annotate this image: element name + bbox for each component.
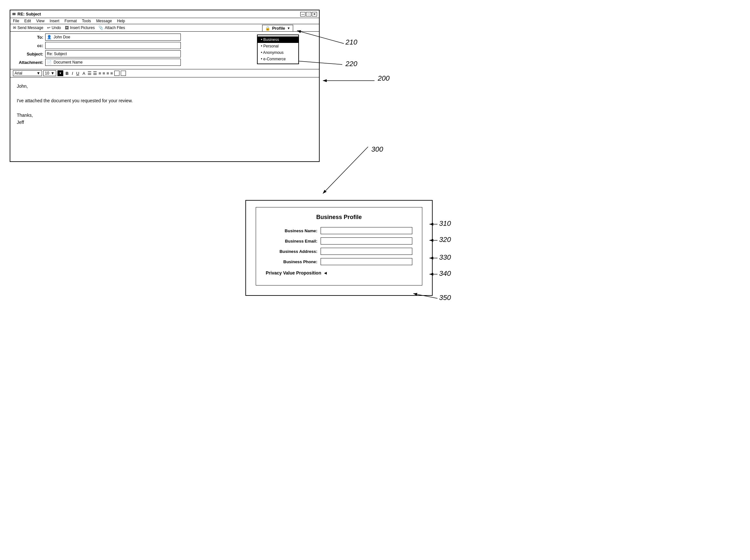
annotation-300: 300 (371, 145, 383, 153)
annotation-320: 320 (439, 235, 451, 244)
menu-file[interactable]: File (13, 19, 19, 23)
business-name-label: Business Name: (266, 228, 317, 233)
email-body[interactable]: John, I've attached the document you req… (10, 78, 319, 161)
profile-option-ecommerce[interactable]: • e-Commerce (258, 56, 298, 62)
annotation-350: 350 (439, 293, 451, 302)
subject-label: Subject: (14, 51, 43, 57)
window-title: RE: Subject (17, 12, 41, 17)
profile-button-label: Profile (272, 26, 285, 30)
undo-icon: ↩ (47, 25, 51, 30)
to-input[interactable]: 👤 John Doe (45, 34, 181, 41)
to-value: John Doe (54, 35, 70, 39)
attachment-value: Document Name (54, 60, 83, 64)
business-address-label: Business Address: (266, 249, 317, 254)
profile-button[interactable]: 🔒 Profile ▼ (262, 25, 293, 32)
dialog-title: Business Profile (266, 214, 412, 221)
email-window: ✉ RE: Subject — □ ✕ File Edit View Inser… (10, 10, 320, 162)
privacy-value-label: Privacy Value Proposition ◄ (266, 270, 412, 275)
insert-pictures-button[interactable]: 🖼 Insert Pictures (65, 25, 95, 30)
font-size-value: 10 (45, 71, 49, 76)
format-square-2[interactable] (121, 71, 126, 76)
annotation-220: 220 (346, 60, 357, 68)
minimize-button[interactable]: — (300, 12, 305, 17)
send-label: Send Message (17, 25, 43, 30)
attachment-label: Attachment: (14, 60, 43, 65)
business-phone-label: Business Phone: (266, 260, 317, 264)
title-bar-left: ✉ RE: Subject (12, 12, 41, 17)
font-size-select[interactable]: 10 ▼ (43, 70, 56, 76)
list-icon-1: ☰ (87, 71, 92, 76)
business-address-input[interactable] (321, 248, 412, 255)
profile-dropdown: • Business • Personal • Anonymous • e-Co… (257, 35, 299, 64)
subject-input[interactable]: Re: Subject (45, 50, 181, 57)
business-name-input[interactable] (321, 227, 412, 234)
title-bar-controls: — □ ✕ (300, 12, 317, 17)
menu-view[interactable]: View (36, 19, 44, 23)
menu-insert[interactable]: Insert (50, 19, 59, 23)
format-bar: Arial ▼ 10 ▼ ▼ B I U A ☰ ☰ ≡ ≡ ≡ ≡ (10, 69, 319, 78)
color-button[interactable]: ▼ (57, 70, 63, 76)
body-line1: John, (17, 83, 313, 90)
bold-button[interactable]: B (64, 71, 70, 76)
subject-value: Re: Subject (47, 51, 67, 56)
menu-help[interactable]: Help (117, 19, 125, 23)
format-square-1[interactable] (114, 71, 119, 76)
toolbar: ✉ Send Message ↩ Undo 🖼 Insert Pictures … (10, 24, 319, 32)
send-icon: ✉ (13, 25, 16, 30)
color-icon: ▼ (59, 71, 62, 75)
insert-pictures-label: Insert Pictures (70, 25, 95, 30)
maximize-button[interactable]: □ (306, 12, 311, 17)
send-message-button[interactable]: ✉ Send Message (13, 25, 43, 30)
annotation-310: 310 (439, 219, 451, 228)
pictures-icon: 🖼 (65, 25, 69, 30)
attach-files-button[interactable]: 📎 Attach Files (98, 25, 125, 30)
italic-button[interactable]: I (71, 71, 74, 76)
size-dropdown-icon: ▼ (51, 71, 55, 76)
attachment-input[interactable]: 📄 Document Name (45, 59, 181, 66)
align-right-icon: ≡ (106, 71, 109, 76)
body-line5: Thanks, (17, 111, 313, 119)
menu-bar: File Edit View Insert Format Tools Messa… (10, 18, 319, 24)
body-line6: Jeff (17, 119, 313, 126)
cc-input[interactable] (45, 42, 181, 49)
attach-icon: 📎 (98, 25, 103, 30)
close-button[interactable]: ✕ (312, 12, 317, 17)
underline-button[interactable]: U (75, 71, 80, 76)
list-icon-2: ☰ (93, 71, 97, 76)
business-phone-input[interactable] (321, 258, 412, 265)
font-dropdown-icon: ▼ (37, 71, 40, 76)
business-phone-row: Business Phone: (266, 258, 412, 265)
font-name: Arial (15, 71, 22, 76)
profile-option-business[interactable]: • Business (258, 37, 298, 43)
align-left-icon: ≡ (98, 71, 101, 76)
body-line3: I've attached the document you requested… (17, 97, 313, 104)
menu-format[interactable]: Format (64, 19, 77, 23)
font-select[interactable]: Arial ▼ (13, 70, 42, 76)
undo-button[interactable]: ↩ Undo (47, 25, 61, 30)
contact-icon: 👤 (47, 35, 52, 39)
profile-option-anonymous[interactable]: • Anonymous (258, 49, 298, 56)
business-profile-dialog: Business Profile Business Name: Business… (245, 200, 433, 296)
align-center-icon: ≡ (102, 71, 105, 76)
menu-message[interactable]: Message (96, 19, 112, 23)
document-icon: 📄 (47, 60, 52, 64)
menu-edit[interactable]: Edit (24, 19, 31, 23)
chevron-down-icon: ▼ (287, 26, 290, 30)
business-email-row: Business Email: (266, 237, 412, 245)
profile-option-personal[interactable]: • Personal (258, 43, 298, 49)
attach-label: Attach Files (105, 25, 125, 30)
annotation-340: 340 (439, 269, 451, 278)
undo-label: Undo (52, 25, 61, 30)
menu-tools[interactable]: Tools (82, 19, 91, 23)
annotation-330: 330 (439, 253, 451, 262)
annotation-200: 200 (378, 74, 390, 83)
font-color-button[interactable]: A (81, 71, 86, 76)
to-label: To: (14, 35, 43, 40)
business-email-label: Business Email: (266, 239, 317, 244)
business-email-input[interactable] (321, 237, 412, 245)
annotation-210: 210 (346, 38, 357, 46)
business-address-row: Business Address: (266, 248, 412, 255)
justify-icon: ≡ (111, 71, 113, 76)
title-bar: ✉ RE: Subject — □ ✕ (10, 10, 319, 18)
dialog-inner: Business Profile Business Name: Business… (256, 207, 422, 286)
